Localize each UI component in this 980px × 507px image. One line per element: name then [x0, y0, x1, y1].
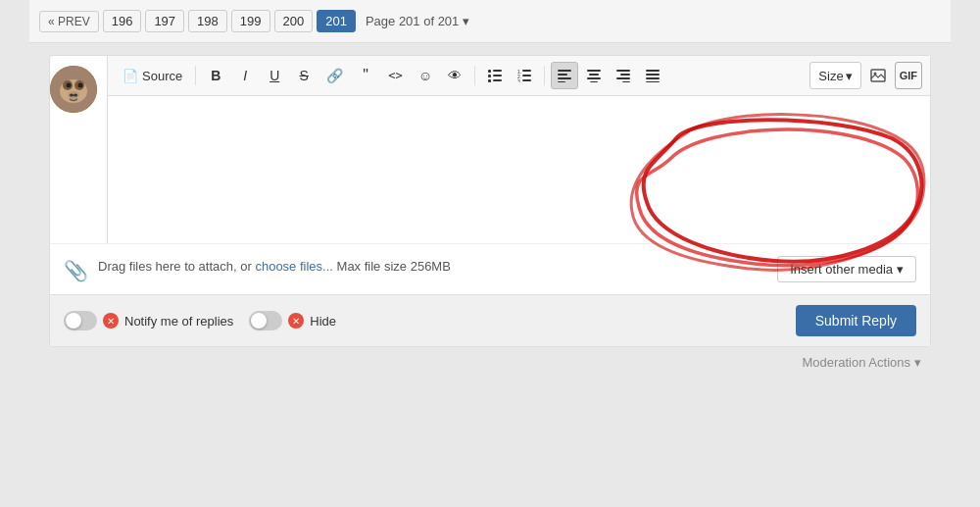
gif-button[interactable]: GIF: [895, 62, 922, 89]
bottom-bar: ✕ Notify me of replies ✕ Hide Submit Rep…: [50, 294, 930, 346]
svg-rect-22: [558, 74, 567, 76]
notify-toggle-knob: [66, 313, 81, 329]
page-197[interactable]: 197: [145, 10, 184, 32]
page-200[interactable]: 200: [274, 10, 314, 32]
toolbar-divider-3: [544, 66, 545, 85]
editor-wrapper: 📄 Source B I U S 🔗 " <> ☺ 👁: [49, 55, 931, 347]
notify-toggle[interactable]: [64, 311, 97, 330]
svg-rect-11: [488, 75, 491, 77]
code-button[interactable]: <>: [381, 62, 409, 89]
svg-point-4: [67, 83, 72, 88]
svg-rect-31: [616, 77, 630, 79]
toolbar-divider-2: [474, 66, 475, 85]
svg-rect-23: [558, 77, 571, 79]
source-label: Source: [142, 69, 182, 83]
page-201-current[interactable]: 201: [317, 10, 356, 32]
svg-rect-16: [522, 70, 531, 72]
align-center-button[interactable]: [580, 62, 608, 89]
toolbar: 📄 Source B I U S 🔗 " <> ☺ 👁: [108, 56, 930, 96]
image-button[interactable]: [863, 62, 893, 89]
source-icon: 📄: [122, 69, 138, 83]
drag-text: Drag files here to attach, or: [98, 259, 255, 274]
svg-rect-36: [646, 81, 660, 82]
spoiler-button[interactable]: 👁: [441, 62, 468, 89]
hide-toggle-knob: [251, 313, 267, 329]
svg-rect-34: [646, 74, 660, 76]
notify-toggle-group: ✕ Notify me of replies: [64, 311, 233, 330]
moderation-actions-label: Moderation Actions: [802, 355, 910, 370]
underline-button[interactable]: U: [261, 62, 288, 89]
svg-rect-12: [493, 75, 502, 76]
page-199[interactable]: 199: [231, 10, 270, 32]
insert-media-label: Insert other media: [790, 262, 893, 277]
svg-rect-33: [646, 70, 660, 72]
insert-media-button[interactable]: Insert other media ▾: [777, 256, 916, 282]
blockquote-button[interactable]: ": [352, 62, 379, 89]
svg-rect-26: [589, 74, 599, 76]
prev-button[interactable]: « PREV: [39, 11, 99, 32]
hide-toggle[interactable]: [249, 311, 282, 330]
choose-files-link[interactable]: choose files...: [255, 259, 333, 274]
pagination-bar: « PREV 196 197 198 199 200 201 Page 201 …: [29, 0, 951, 43]
notify-label: Notify me of replies: [124, 314, 233, 329]
bold-button[interactable]: B: [202, 62, 229, 89]
svg-rect-32: [622, 81, 630, 82]
svg-rect-27: [587, 77, 601, 79]
max-file-size: Max file size 256MB: [337, 259, 451, 274]
svg-point-5: [78, 83, 83, 88]
svg-rect-28: [590, 81, 598, 82]
editor-main: 📄 Source B I U S 🔗 " <> ☺ 👁: [107, 56, 930, 243]
avatar-col: [50, 56, 107, 243]
paperclip-icon: 📎: [64, 259, 88, 282]
toolbar-divider-1: [195, 66, 196, 85]
svg-rect-24: [558, 81, 565, 82]
attach-text: Drag files here to attach, or choose fil…: [98, 259, 337, 274]
svg-point-7: [70, 94, 74, 97]
link-button[interactable]: 🔗: [319, 62, 350, 89]
svg-rect-9: [488, 70, 491, 73]
hide-label: Hide: [310, 314, 336, 329]
italic-button[interactable]: I: [231, 62, 259, 89]
moderation-dropdown-icon: ▾: [914, 355, 921, 370]
bullet-list-button[interactable]: [481, 62, 509, 89]
bottom-left-controls: ✕ Notify me of replies ✕ Hide: [64, 311, 336, 330]
page-dropdown-icon: ▾: [463, 14, 469, 28]
svg-text:3.: 3.: [517, 78, 521, 82]
notify-close-button[interactable]: ✕: [103, 313, 119, 329]
page-196[interactable]: 196: [103, 10, 142, 32]
page-info[interactable]: Page 201 of 201 ▾: [366, 14, 469, 28]
svg-rect-13: [488, 79, 491, 82]
svg-rect-21: [558, 70, 571, 72]
hide-close-button[interactable]: ✕: [288, 313, 304, 329]
svg-rect-35: [646, 77, 660, 79]
align-left-button[interactable]: [551, 62, 578, 89]
svg-rect-14: [493, 79, 502, 81]
attach-info: Drag files here to attach, or choose fil…: [98, 257, 451, 275]
editor-section: 📄 Source B I U S 🔗 " <> ☺ 👁: [29, 55, 951, 372]
page-info-text: Page 201 of 201: [366, 14, 459, 28]
svg-point-8: [74, 94, 77, 97]
attach-left: 📎 Drag files here to attach, or choose f…: [64, 257, 451, 282]
emoji-button[interactable]: ☺: [412, 62, 439, 89]
svg-rect-18: [522, 75, 531, 76]
hide-toggle-group: ✕ Hide: [249, 311, 336, 330]
moderation-actions-link[interactable]: Moderation Actions ▾: [802, 355, 921, 370]
svg-rect-29: [616, 70, 630, 72]
strikethrough-button[interactable]: S: [290, 62, 318, 89]
editor-content-area[interactable]: [108, 96, 930, 243]
justify-button[interactable]: [639, 62, 666, 89]
source-button[interactable]: 📄 Source: [116, 62, 189, 89]
submit-reply-button[interactable]: Submit Reply: [796, 305, 916, 336]
align-right-button[interactable]: [610, 62, 637, 89]
svg-rect-25: [587, 70, 601, 72]
svg-rect-20: [522, 79, 531, 81]
svg-rect-10: [493, 70, 502, 72]
attach-area: 📎 Drag files here to attach, or choose f…: [50, 243, 930, 294]
page-198[interactable]: 198: [188, 10, 227, 32]
size-dropdown-button[interactable]: Size ▾: [809, 62, 860, 89]
avatar: [50, 66, 97, 113]
editor-with-avatar: 📄 Source B I U S 🔗 " <> ☺ 👁: [50, 56, 930, 243]
size-dropdown-icon: ▾: [846, 69, 853, 83]
moderation-actions-bar: Moderation Actions ▾: [49, 347, 931, 372]
ordered-list-button[interactable]: 1. 2. 3.: [511, 62, 538, 89]
